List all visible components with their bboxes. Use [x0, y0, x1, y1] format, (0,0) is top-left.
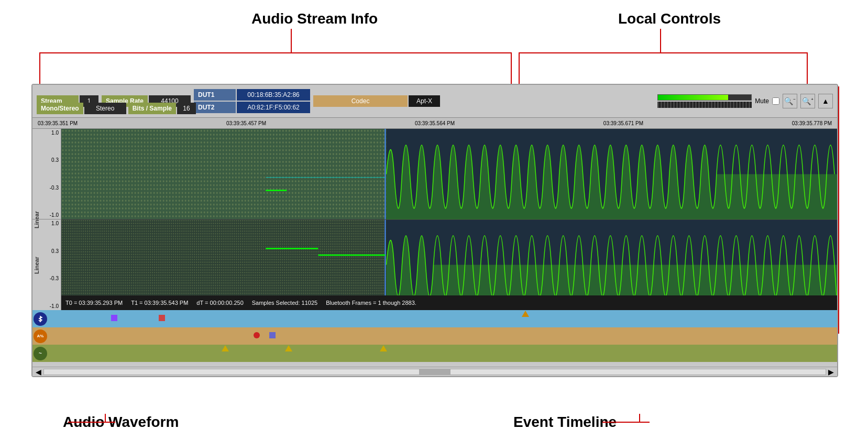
event-bracket-right — [838, 86, 839, 333]
zoom-reset-button[interactable]: ▲ — [818, 94, 833, 108]
zoom-reset-icon: ▲ — [822, 97, 829, 105]
y-val-n1-0-bot: -1.0 — [50, 303, 59, 309]
y-val-1-0-bot: 1.0 — [51, 221, 59, 226]
audio-event-track — [48, 345, 837, 362]
mute-checkbox[interactable] — [772, 97, 779, 105]
bluetooth-icon — [37, 315, 44, 323]
dut2-row: DUT2 A0:82:1F:F5:00:62 — [194, 102, 310, 113]
audio-triangle-1 — [222, 345, 229, 351]
y-val-0-3-top: 0.3 — [51, 157, 59, 163]
event-arrow-down — [639, 414, 640, 422]
status-bluetooth: Bluetooth Frames = 1 though 2883. — [326, 300, 416, 306]
bt-event-row — [32, 310, 837, 327]
audio-stream-arrow — [291, 29, 292, 53]
zoom-out-icon: 🔍− — [784, 97, 796, 105]
bt-square-purple — [111, 315, 117, 321]
audio-marker-1 — [222, 345, 229, 351]
zoom-out-button[interactable]: 🔍− — [783, 94, 797, 108]
mono-stereo-label: Mono/Stereo — [37, 103, 83, 114]
volume-fill — [658, 95, 728, 100]
bt-marker-3 — [522, 311, 529, 317]
audio-triangle-3 — [380, 345, 387, 351]
scroll-left-button[interactable]: ◀ — [34, 368, 43, 376]
linear-label-top: Linear — [34, 199, 40, 240]
status-t1: T1 = 03:39:35.543 PM — [131, 300, 188, 306]
codec-label: Codec — [313, 95, 408, 107]
event-label-line — [602, 422, 650, 423]
dut1-label: DUT1 — [194, 89, 236, 101]
main-panel: Stream 1 Sample Rate 44100 DUT1 00:18:6B… — [31, 84, 838, 377]
audio-marker-3 — [380, 345, 387, 351]
hash-bar — [657, 102, 752, 108]
waveform-svg — [61, 129, 837, 310]
event-timeline-label: Event Timeline — [513, 414, 617, 431]
codec-value: Apt-X — [409, 95, 440, 107]
zoom-in-button[interactable]: 🔍+ — [800, 94, 815, 108]
scroll-right-button[interactable]: ▶ — [826, 368, 836, 376]
audio-icon: ~ — [34, 347, 47, 360]
scrollbar-thumb[interactable] — [419, 369, 451, 375]
bt-event-track — [48, 310, 837, 327]
mono-stereo-value: Stereo — [84, 103, 126, 114]
zoom-in-icon: 🔍+ — [802, 97, 814, 105]
y-val-n1-0-top: -1.0 — [50, 212, 59, 218]
audio-stream-bracket-left — [39, 52, 40, 86]
time-t2: 03:39:35.457 PM — [226, 120, 266, 126]
codec-event-track — [48, 327, 837, 345]
y-val-n0-3-bot: -0.3 — [50, 276, 59, 281]
mono-stereo-field: Mono/Stereo Stereo — [37, 103, 126, 114]
local-controls-arrow — [660, 29, 661, 53]
time-t4: 03:39:35.671 PM — [603, 120, 643, 126]
waveform-arrow-down — [105, 414, 106, 422]
audio-stream-info-label: Audio Stream Info — [251, 10, 378, 27]
waveform-canvas[interactable]: T0 = 03:39:35.293 PM T1 = 03:39:35.543 P… — [61, 129, 837, 310]
audio-stream-bracket-right — [511, 52, 512, 86]
top-bar: Stream 1 Sample Rate 44100 DUT1 00:18:6B… — [32, 85, 837, 117]
status-dt: dT = 00:00:00.250 — [196, 300, 243, 306]
audio-triangle-2 — [285, 345, 292, 351]
local-controls-bracket-right — [807, 52, 808, 86]
y-axis: 1.0 0.3 -0.3 -1.0 1.0 0.3 -0.3 -1.0 Line… — [32, 129, 61, 310]
controls-area: Mute 🔍− 🔍+ ▲ — [657, 94, 833, 108]
audio-event-row: ~ — [32, 345, 837, 362]
bits-sample-field: Bits / Sample 16 — [128, 103, 196, 114]
dut2-label: DUT2 — [194, 102, 236, 113]
waveform-display: 1.0 0.3 -0.3 -1.0 1.0 0.3 -0.3 -1.0 Line… — [32, 129, 837, 310]
scrollbar-track[interactable] — [43, 369, 826, 375]
codec-marker-1 — [254, 332, 260, 338]
audio-marker-2 — [285, 345, 292, 351]
y-val-1-0-top: 1.0 — [51, 130, 59, 136]
scrollbar-area: ◀ ▶ — [32, 367, 837, 376]
codec-circle-red — [254, 332, 260, 338]
codec-icon: A% — [34, 329, 47, 343]
codec-marker-2 — [269, 332, 276, 338]
bt-square-red — [159, 315, 165, 321]
status-t0: T0 = 03:39:35.293 PM — [65, 300, 123, 306]
local-controls-bracket-top — [519, 52, 807, 53]
mute-label-text: Mute — [755, 97, 769, 105]
bits-sample-label: Bits / Sample — [128, 103, 176, 114]
linear-label-bottom: Linear — [34, 244, 40, 286]
local-controls-bracket-left — [519, 52, 520, 86]
volume-bar[interactable] — [657, 94, 752, 101]
bt-marker-2 — [159, 315, 165, 321]
volume-bars — [657, 94, 752, 108]
time-t1: 03:39:35.351 PM — [38, 120, 78, 126]
mono-stereo-row: Mono/Stereo Stereo Bits / Sample 16 — [37, 103, 196, 114]
event-area: A% ~ — [32, 310, 837, 367]
status-bar: T0 = 03:39:35.293 PM T1 = 03:39:35.543 P… — [61, 295, 837, 310]
waveform-label-line — [68, 422, 115, 423]
bt-marker-1 — [111, 315, 117, 321]
status-samples: Samples Selected: 11025 — [252, 300, 317, 306]
bt-triangle-orange — [522, 311, 529, 317]
codec-square-blue — [269, 332, 276, 338]
bits-sample-value: 16 — [177, 103, 196, 114]
waveform-section: 03:39:35.351 PM 03:39:35.457 PM 03:39:35… — [32, 117, 837, 376]
dut1-value: 00:18:6B:35:A2:86 — [237, 89, 310, 101]
codec-field: Codec Apt-X — [313, 95, 440, 107]
codec-event-row: A% — [32, 327, 837, 345]
dut1-row: DUT1 00:18:6B:35:A2:86 — [194, 89, 310, 101]
audio-stream-bracket-top — [39, 52, 511, 53]
dut-group: DUT1 00:18:6B:35:A2:86 DUT2 A0:82:1F:F5:… — [194, 89, 310, 113]
local-controls-label: Local Controls — [618, 10, 721, 27]
